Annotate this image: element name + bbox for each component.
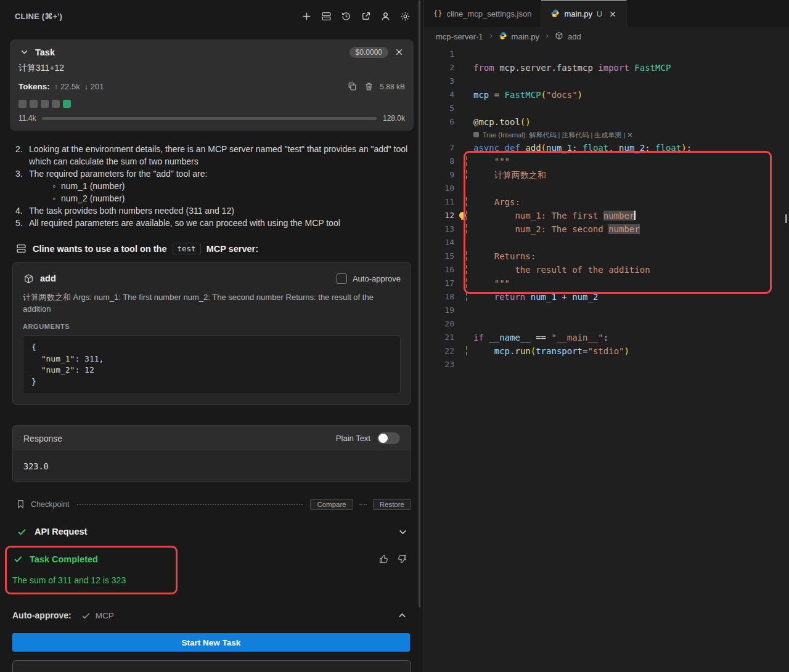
- line-number: 15: [424, 249, 454, 263]
- check-icon: [16, 526, 28, 538]
- cline-panel: CLINE (⌘+') Task $0.0000 计算311+12 Tokens…: [0, 0, 424, 672]
- symbol-icon: [555, 31, 563, 42]
- compare-button[interactable]: Compare: [310, 499, 353, 510]
- api-request-row[interactable]: API Request: [16, 525, 409, 538]
- code-line[interactable]: 13 num_2: The second number: [424, 222, 789, 236]
- response-value: 323.0: [13, 451, 411, 482]
- context-total: 128.0k: [383, 114, 405, 123]
- line-number: 11: [424, 195, 454, 209]
- line-number: 7: [424, 141, 454, 155]
- breadcrumb-folder[interactable]: mcp-server-1: [436, 32, 483, 41]
- settings-icon[interactable]: [399, 10, 411, 22]
- check-icon: [80, 610, 92, 621]
- code-line[interactable]: 4mcp = FastMCP("docs"): [424, 88, 789, 102]
- cost-badge: $0.0000: [350, 47, 388, 58]
- trash-icon[interactable]: [363, 81, 375, 92]
- breadcrumb-symbol[interactable]: add: [568, 32, 581, 41]
- gutter-change-indicator: [454, 195, 473, 209]
- thumbs-down-icon[interactable]: [397, 554, 407, 567]
- code-line[interactable]: 17 """: [424, 277, 789, 290]
- chat-input[interactable]: [12, 660, 411, 672]
- code-line[interactable]: 8 """: [424, 155, 789, 168]
- code-area[interactable]: 12from mcp.server.fastmcp import FastMCP…: [424, 46, 789, 371]
- tab-cline-mcp-settings[interactable]: {} cline_mcp_settings.json: [424, 0, 541, 27]
- code-line[interactable]: 15 Returns:: [424, 249, 789, 263]
- code-line[interactable]: 21if __name__ == "__main__":: [424, 331, 789, 344]
- code-line[interactable]: 5: [424, 102, 789, 115]
- tab-main-py[interactable]: main.py U: [541, 0, 627, 27]
- context-block: [41, 100, 49, 108]
- gutter-change-indicator: [454, 263, 473, 277]
- mcp-server-icon: [15, 243, 27, 254]
- code-line[interactable]: 14: [424, 236, 789, 249]
- restore-button[interactable]: Restore: [373, 499, 411, 510]
- code-line[interactable]: 23: [424, 358, 789, 371]
- scrollbar-cursor-mark[interactable]: [785, 214, 787, 223]
- code-line[interactable]: 9 计算两数之和: [424, 168, 789, 182]
- code-line[interactable]: 18 return num_1 + num_2: [424, 290, 789, 304]
- gutter: [454, 115, 473, 129]
- open-in-editor-icon[interactable]: [360, 10, 372, 22]
- breadcrumb: mcp-server-1 main.py add: [424, 27, 789, 46]
- history-icon[interactable]: [340, 10, 352, 22]
- start-new-task-button[interactable]: Start New Task: [12, 633, 410, 652]
- auto-approve-footer-label: Auto-approve:: [12, 610, 72, 620]
- code-line[interactable]: 3: [424, 75, 789, 88]
- gutter: [454, 358, 473, 371]
- line-number: 1: [424, 47, 454, 61]
- close-tab-icon[interactable]: [608, 10, 617, 18]
- code-line[interactable]: 2from mcp.server.fastmcp import FastMCP: [424, 61, 789, 75]
- task-completed-section: Task Completed The sum of 311 and 12 is …: [5, 546, 423, 594]
- arguments-json: { "num_1": 311, "num_2": 12 }: [23, 335, 401, 394]
- list-item: 2. Looking at the environment details, t…: [15, 143, 410, 168]
- plain-text-toggle[interactable]: [377, 432, 400, 444]
- panel-title: CLINE (⌘+'): [15, 12, 62, 21]
- line-number: 22: [424, 344, 454, 358]
- code-line[interactable]: 7async def add(num_1: float, num_2: floa…: [424, 141, 789, 155]
- lightbulb-icon[interactable]: [459, 212, 466, 219]
- line-number: 5: [424, 102, 454, 115]
- divider: [77, 504, 303, 505]
- context-block: [63, 100, 71, 108]
- task-completed-result: The sum of 311 and 12 is 323: [12, 575, 170, 585]
- account-icon[interactable]: [380, 10, 391, 22]
- copy-icon[interactable]: [346, 81, 358, 92]
- code-line[interactable]: 16 the result of the addition: [424, 263, 789, 277]
- json-icon: {}: [433, 9, 442, 18]
- chevron-up-icon[interactable]: [396, 610, 408, 621]
- list-item: 4. The task provides both numbers needed…: [15, 204, 410, 217]
- code-line[interactable]: 11 Args:: [424, 195, 789, 209]
- code-line[interactable]: 12 num_1: The first number: [424, 209, 789, 222]
- task-card: Task $0.0000 计算311+12 Tokens: ↑ 22.5k ↓ …: [10, 39, 414, 131]
- code-line[interactable]: 6@mcp.tool(): [424, 115, 789, 129]
- close-task-icon[interactable]: [393, 46, 405, 58]
- gutter-change-indicator: [454, 277, 473, 290]
- toggle-knob: [378, 434, 388, 443]
- code-lens[interactable]: Trae (Internal): 解释代码 | 注释代码 | 生成单测 | ✕: [424, 129, 789, 141]
- chevron-down-icon[interactable]: [397, 526, 409, 538]
- untracked-badge: U: [597, 10, 602, 18]
- auto-approve-row[interactable]: Auto-approve: MCP: [12, 608, 408, 623]
- mcp-servers-icon[interactable]: [321, 10, 332, 22]
- code-line[interactable]: 22 mcp.run(transport="stdio"): [424, 344, 789, 358]
- line-number: 23: [424, 358, 454, 371]
- code-line[interactable]: 10: [424, 182, 789, 195]
- thumbs-up-icon[interactable]: [378, 554, 389, 567]
- auto-approve-checkbox[interactable]: [337, 273, 347, 284]
- line-number: 2: [424, 61, 454, 75]
- gutter: [454, 61, 473, 75]
- code-line[interactable]: 19: [424, 304, 789, 317]
- chevron-right-icon: [488, 31, 494, 41]
- context-block: [30, 100, 38, 108]
- python-icon: [550, 9, 560, 20]
- chevron-down-icon[interactable]: [18, 46, 30, 58]
- breadcrumb-file[interactable]: main.py: [512, 32, 540, 41]
- divider: [359, 504, 367, 505]
- annotation-box: Task Completed The sum of 311 and 12 is …: [5, 546, 178, 594]
- code-line[interactable]: 20: [424, 317, 789, 331]
- editor-tabbar: {} cline_mcp_settings.json main.py U: [424, 0, 789, 27]
- code-line[interactable]: 1: [424, 47, 789, 61]
- new-task-icon[interactable]: [301, 10, 313, 22]
- panel-scrollbar[interactable]: [419, 0, 420, 607]
- line-number: 21: [424, 331, 454, 344]
